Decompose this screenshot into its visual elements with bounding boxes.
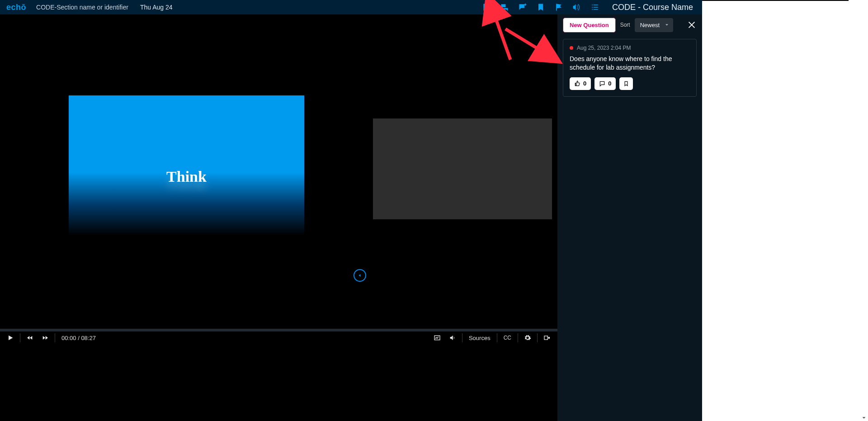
flag-icon[interactable] (550, 0, 568, 14)
question-meta: Aug 25, 2023 2:04 PM (570, 45, 690, 51)
reply-count: 0 (608, 80, 611, 87)
settings-gear-icon[interactable] (520, 331, 535, 344)
echo-logo[interactable]: echō (6, 3, 26, 12)
lecture-date[interactable]: Thu Aug 24 (140, 4, 173, 11)
analytics-icon[interactable] (429, 331, 445, 344)
volume-icon[interactable] (445, 331, 460, 344)
play-button[interactable] (3, 331, 18, 344)
like-button[interactable]: 0 (570, 77, 591, 90)
course-name[interactable]: CODE - Course Name (612, 3, 693, 12)
secondary-video-feed[interactable] (373, 118, 552, 219)
comment-icon (599, 80, 605, 87)
forward-button[interactable] (38, 331, 53, 344)
player-controls: 00:00 / 08:27 Sources CC (0, 331, 557, 344)
notes-icon[interactable] (477, 0, 495, 14)
thumbs-up-icon (574, 80, 580, 87)
new-question-button[interactable]: New Question (563, 18, 616, 33)
transcript-list-icon[interactable] (586, 0, 604, 14)
question-text: Does anyone know where to find the sched… (570, 55, 690, 72)
rewind-button[interactable] (22, 331, 38, 344)
discussion-panel-header: New Question Sort Newest (557, 14, 702, 35)
swap-sources-button[interactable] (354, 269, 366, 282)
top-header: echō CODE-Section name or identifier Thu… (0, 0, 702, 14)
svg-rect-2 (548, 337, 550, 339)
svg-rect-1 (544, 336, 547, 340)
time-display: 00:00 / 08:27 (61, 335, 96, 341)
sort-value: Newest (635, 18, 673, 32)
discussion-panel: New Question Sort Newest Aug 25, 2023 2:… (557, 14, 702, 421)
cc-button[interactable]: CC (499, 335, 516, 341)
close-panel-button[interactable] (687, 20, 697, 30)
bookmark-outline-icon (623, 80, 629, 87)
discussions-icon[interactable] (495, 0, 514, 14)
question-timestamp: Aug 25, 2023 2:04 PM (577, 45, 631, 51)
primary-video-feed[interactable]: Think (69, 95, 304, 236)
new-post-icon[interactable] (514, 0, 532, 14)
sort-dropdown[interactable]: Newest (635, 18, 673, 32)
question-actions: 0 0 (570, 77, 690, 90)
reply-button[interactable]: 0 (594, 77, 616, 90)
svg-rect-0 (434, 336, 440, 340)
external-frame (702, 1, 868, 421)
like-count: 0 (583, 80, 586, 87)
bookmark-icon[interactable] (532, 0, 550, 14)
question-card[interactable]: Aug 25, 2023 2:04 PM Does anyone know wh… (563, 39, 697, 97)
dropdown-caret-icon[interactable] (861, 415, 867, 421)
slide-text: Think (166, 168, 207, 185)
audio-description-icon[interactable] (568, 0, 586, 14)
section-name[interactable]: CODE-Section name or identifier (36, 4, 128, 11)
bookmark-question-button[interactable] (619, 77, 633, 90)
sort-label: Sort (620, 22, 630, 28)
sources-button[interactable]: Sources (464, 335, 495, 341)
video-stage: Think (0, 15, 557, 329)
layout-icon[interactable] (539, 331, 555, 344)
unread-dot-icon (570, 46, 573, 50)
